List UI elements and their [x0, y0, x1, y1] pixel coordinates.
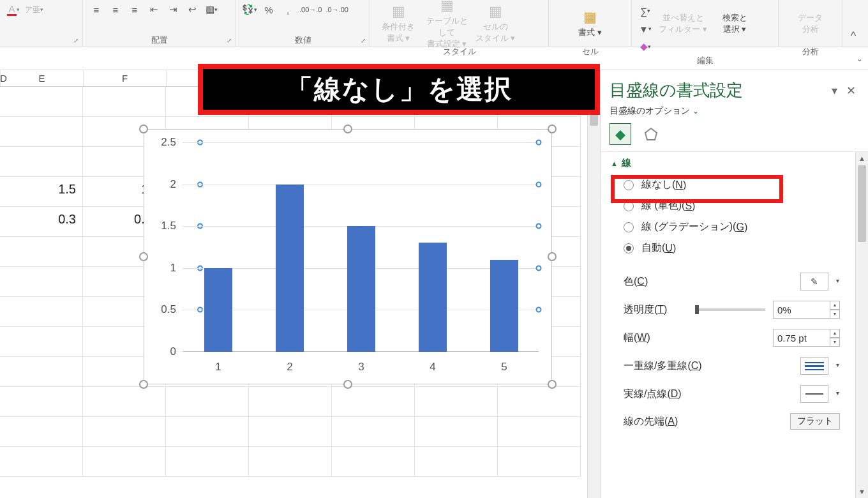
transparency-slider[interactable] — [695, 308, 765, 311]
indent-increase-button[interactable]: ⇥ — [165, 1, 181, 18]
col-header[interactable]: E — [1, 70, 84, 86]
group-label: 分析 — [779, 46, 842, 59]
group-label: スタイル — [370, 46, 548, 59]
resize-handle[interactable] — [139, 124, 148, 133]
bar[interactable] — [490, 260, 518, 352]
align-left-button[interactable]: ≡ — [88, 1, 105, 18]
autosum-button[interactable]: ∑ ▾ — [637, 3, 654, 19]
align-right-button[interactable]: ≡ — [126, 1, 143, 18]
radio-no-line[interactable]: 線なし(N) — [601, 174, 855, 195]
gridline-select-dot — [536, 307, 542, 313]
svg-marker-0 — [645, 128, 657, 140]
bar[interactable] — [204, 268, 232, 352]
scroll-up-icon[interactable]: ▲ — [856, 152, 868, 165]
phonetic-button[interactable]: ア亜 ▾ — [24, 1, 44, 18]
y-tick: 0 — [170, 345, 176, 358]
spin-up[interactable]: ▴ — [830, 301, 840, 310]
group-label: 編集 — [632, 55, 778, 68]
font-color-button[interactable]: A ▾ — [5, 1, 22, 18]
find-select-button[interactable]: 検索と 選択 ▾ — [712, 1, 757, 46]
chevron-down-icon: ▾ — [836, 277, 839, 284]
cell-styles-button[interactable]: ▦セルの スタイル ▾ — [472, 1, 518, 46]
x-tick: 2 — [287, 361, 292, 374]
percent-button[interactable]: % — [260, 1, 277, 18]
conditional-format-button[interactable]: ▦条件付き 書式 ▾ — [375, 1, 421, 46]
dialog-launcher-icon[interactable]: ⤢ — [71, 36, 80, 45]
transparency-input[interactable]: 0% — [773, 301, 830, 319]
resize-handle[interactable] — [548, 380, 557, 389]
ribbon-group-style: ▦条件付き 書式 ▾ ▦テーブルとして 書式設定 ▾ ▦セルの スタイル ▾ ス… — [370, 0, 549, 47]
section-line-header[interactable]: ▲線 — [601, 152, 855, 174]
x-tick: 5 — [501, 361, 507, 374]
x-tick: 1 — [215, 361, 221, 374]
pane-options-button[interactable]: ▾ — [826, 82, 842, 99]
dash-type-button[interactable]: ▾ — [800, 385, 828, 403]
worksheet-area[interactable]: D E F G H I J K 1.5 1.3 0.3 0.15 — [0, 70, 600, 498]
vertical-scrollbar[interactable]: ▲ — [587, 87, 600, 498]
radio-icon — [624, 201, 634, 211]
wrap-text-button[interactable]: ↩ — [184, 1, 200, 18]
radio-icon — [624, 243, 634, 253]
cell-format-button[interactable]: ▦書式 ▾ — [567, 1, 613, 46]
fill-button[interactable]: ▼ ▾ — [637, 20, 654, 37]
indent-decrease-button[interactable]: ⇤ — [146, 1, 162, 18]
effects-tab-icon[interactable] — [640, 123, 662, 145]
prop-color: 色(C) ✎▾ — [601, 268, 855, 296]
compound-line-button[interactable]: ▾ — [800, 357, 828, 375]
dialog-launcher-icon[interactable]: ⤢ — [359, 36, 368, 45]
spin-down[interactable]: ▾ — [830, 338, 840, 347]
data-analysis-button[interactable]: データ 分析 — [788, 1, 833, 46]
scroll-down-icon[interactable]: ▼ — [856, 485, 868, 498]
prop-dash: 実線/点線(D) ▾ — [601, 380, 855, 408]
increase-decimal-button[interactable]: .00→.0 — [299, 1, 322, 18]
spin-down[interactable]: ▾ — [830, 310, 840, 319]
bar[interactable] — [419, 243, 447, 352]
dialog-launcher-icon[interactable]: ⤢ — [225, 36, 234, 45]
comma-button[interactable]: , — [280, 1, 296, 18]
pane-close-button[interactable]: ✕ — [842, 82, 859, 99]
plot-area[interactable]: 1 2 3 4 5 — [183, 142, 539, 352]
radio-solid-line[interactable]: 線 (単色)(S) — [601, 195, 855, 216]
radio-auto-line[interactable]: 自動(U) — [601, 238, 855, 259]
format-as-table-button[interactable]: ▦テーブルとして 書式設定 ▾ — [424, 1, 470, 46]
cap-type-button[interactable]: フラット — [790, 413, 840, 430]
merge-button[interactable]: ▦ ▾ — [203, 1, 220, 18]
ribbon-group-font: A ▾ ア亜 ▾ ⤢ — [0, 0, 83, 47]
pane-title: 目盛線の書式設定 — [610, 79, 826, 102]
pane-subtitle[interactable]: 目盛線のオプション⌄ — [601, 105, 868, 122]
resize-handle[interactable] — [343, 380, 352, 389]
resize-handle[interactable] — [548, 124, 557, 133]
resize-handle[interactable] — [139, 380, 148, 389]
spin-up[interactable]: ▴ — [830, 329, 840, 338]
prop-compound: 一重線/多重線(C) ▾ — [601, 352, 855, 380]
ribbon-collapse-button[interactable]: ^ — [842, 0, 864, 47]
clear-button[interactable]: ◆ ▾ — [637, 38, 654, 55]
color-picker-button[interactable]: ✎▾ — [800, 273, 828, 290]
accounting-format-button[interactable]: 💱▾ — [241, 1, 258, 18]
y-tick: 0.5 — [161, 303, 176, 316]
align-center-button[interactable]: ≡ — [107, 1, 124, 18]
scroll-thumb[interactable] — [858, 165, 866, 242]
col-header[interactable]: F — [84, 70, 167, 86]
fill-line-tab-icon[interactable] — [610, 123, 631, 145]
pane-scrollbar[interactable]: ▲ ▼ — [855, 152, 868, 498]
cell[interactable]: 0.3 — [0, 207, 83, 237]
y-tick: 2.5 — [161, 136, 176, 149]
decrease-decimal-button[interactable]: .0→.00 — [325, 1, 348, 18]
bar[interactable] — [347, 226, 375, 352]
cell[interactable]: 1.5 — [0, 177, 83, 207]
chevron-down-icon: ▾ — [836, 361, 839, 368]
bar[interactable] — [276, 185, 304, 352]
resize-handle[interactable] — [343, 124, 352, 133]
sort-filter-button[interactable]: 並べ替えと フィルター ▾ — [656, 1, 710, 46]
radio-gradient-line[interactable]: 線 (グラデーション)(G) — [601, 216, 855, 238]
group-label — [0, 34, 82, 47]
chart-object[interactable]: 0 0.5 1 1.5 2 2.5 — [144, 129, 552, 384]
slider-knob[interactable] — [695, 305, 699, 314]
formula-expand-icon[interactable]: ⌄ — [857, 54, 863, 63]
resize-handle[interactable] — [548, 252, 557, 261]
gridline-select-dot — [536, 223, 542, 229]
width-input[interactable]: 0.75 pt — [773, 329, 830, 347]
y-axis[interactable]: 0 0.5 1 1.5 2 2.5 — [144, 142, 181, 352]
collapse-triangle-icon: ▲ — [611, 160, 618, 167]
